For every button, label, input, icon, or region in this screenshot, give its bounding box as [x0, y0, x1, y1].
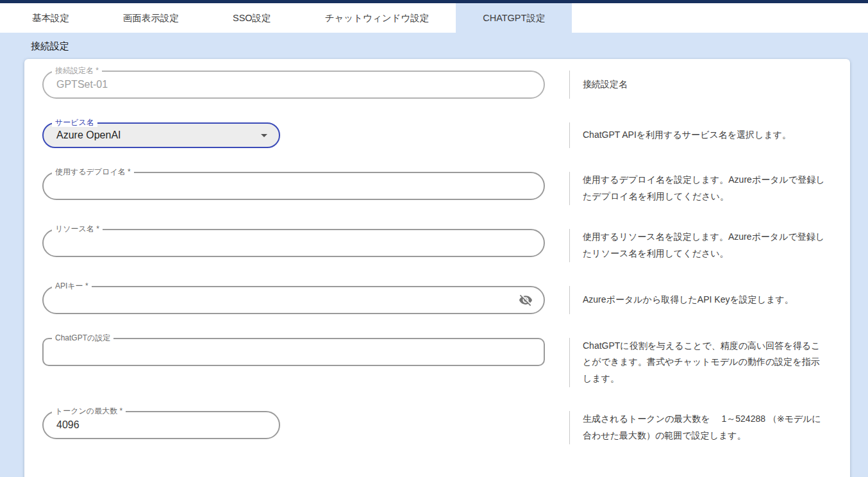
- field-row-resource-name: リソース名 * 使用するリソース名を設定します。Azureポータルで登録したリソ…: [42, 229, 827, 262]
- deploy-name-field-outline: 使用するデプロイ名 *: [42, 172, 545, 200]
- api-key-label: APIキー *: [52, 281, 92, 290]
- service-name-label: サービス名: [52, 118, 97, 127]
- deploy-name-help: 使用するデプロイ名を設定します。Azureポータルで登録したデプロイ名を利用して…: [569, 172, 827, 205]
- tab-sso-settings[interactable]: SSO設定: [206, 3, 298, 33]
- field-row-max-tokens: トークンの最大数 * 生成されるトークンの最大数を 1～524288 （※モデル…: [42, 411, 827, 444]
- connection-name-help: 接続設定名: [569, 71, 827, 99]
- toggle-password-visibility-button[interactable]: [517, 291, 535, 309]
- chatgpt-settings-label: ChatGPTの設定: [52, 333, 113, 342]
- api-key-input[interactable]: [44, 287, 544, 313]
- service-name-select[interactable]: サービス名 Azure OpenAI: [42, 122, 280, 148]
- tab-chat-window-settings[interactable]: チャットウィンドウ設定: [298, 3, 456, 33]
- max-tokens-field-outline: トークンの最大数 *: [42, 411, 280, 439]
- field-row-deploy-name: 使用するデプロイ名 * 使用するデプロイ名を設定します。Azureポータルで登録…: [42, 172, 827, 205]
- max-tokens-input[interactable]: [44, 412, 279, 438]
- max-tokens-label: トークンの最大数 *: [52, 406, 126, 415]
- deploy-name-label: 使用するデプロイ名 *: [52, 167, 134, 176]
- chatgpt-settings-field-outline: ChatGPTの設定: [42, 338, 545, 366]
- chatgpt-settings-input[interactable]: [44, 339, 544, 365]
- resource-name-field-outline: リソース名 *: [42, 229, 545, 257]
- settings-tabbar: 基本設定 画面表示設定 SSO設定 チャットウィンドウ設定 CHATGPT設定: [0, 3, 868, 33]
- field-row-service-name: サービス名 Azure OpenAI ChatGPT APIを利用するサービス名…: [42, 122, 827, 148]
- field-row-api-key: APIキー * Azureポータルから取得したAPI Keyを設定します。: [42, 286, 827, 314]
- resource-name-help: 使用するリソース名を設定します。Azureポータルで登録したリソース名を利用して…: [569, 229, 827, 262]
- connection-settings-card: 接続設定名 * 接続設定名 サービス名 Azure OpenAI ChatGPT…: [24, 59, 850, 477]
- chevron-down-icon: [261, 134, 267, 137]
- chatgpt-settings-page: 接続設定 接続設定名 * 接続設定名 サービス名 Azure OpenAI: [0, 33, 868, 477]
- service-name-help: ChatGPT APIを利用するサービス名を選択します。: [569, 122, 827, 148]
- eye-off-icon: [519, 293, 533, 307]
- connection-name-input: [44, 72, 544, 97]
- connection-name-field-outline: 接続設定名 *: [42, 71, 545, 99]
- max-tokens-help: 生成されるトークンの最大数を 1～524288 （※モデルに合わせた最大数）の範…: [569, 411, 827, 444]
- resource-name-label: リソース名 *: [52, 224, 103, 233]
- api-key-field-outline: APIキー *: [42, 286, 545, 314]
- section-title-connection-settings: 接続設定: [0, 33, 868, 59]
- connection-name-label: 接続設定名 *: [52, 66, 102, 75]
- service-name-selected-value: Azure OpenAI: [44, 130, 134, 141]
- tab-basic-settings[interactable]: 基本設定: [5, 3, 96, 33]
- api-key-help: Azureポータルから取得したAPI Keyを設定します。: [569, 286, 827, 314]
- tab-chatgpt-settings[interactable]: CHATGPT設定: [456, 3, 572, 33]
- chatgpt-settings-help: ChatGPTに役割を与えることで、精度の高い回答を得ることができます。書式やチ…: [569, 338, 827, 388]
- field-row-connection-name: 接続設定名 * 接続設定名: [42, 71, 827, 99]
- deploy-name-input[interactable]: [44, 173, 544, 199]
- resource-name-input[interactable]: [44, 230, 544, 256]
- tab-screen-display-settings[interactable]: 画面表示設定: [96, 3, 206, 33]
- field-row-chatgpt-settings: ChatGPTの設定 ChatGPTに役割を与えることで、精度の高い回答を得るこ…: [42, 338, 827, 388]
